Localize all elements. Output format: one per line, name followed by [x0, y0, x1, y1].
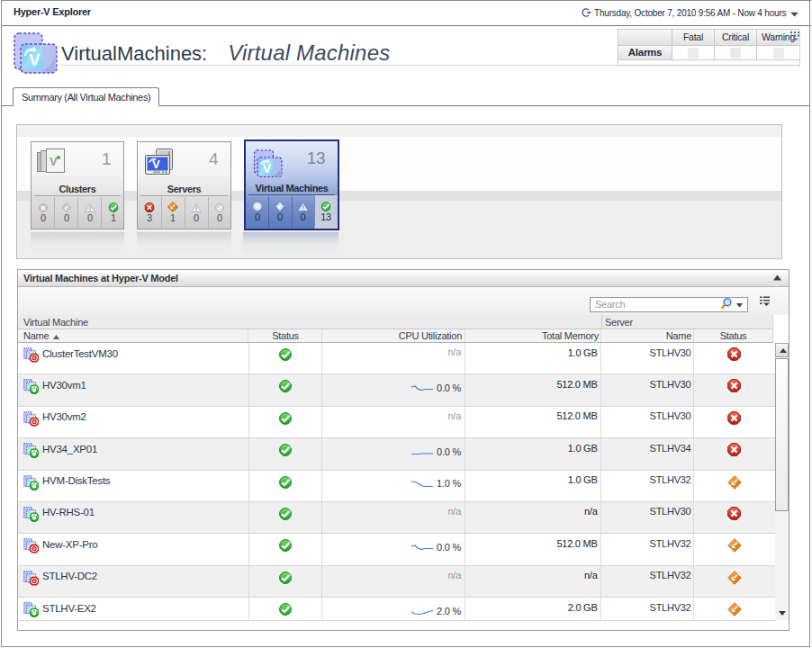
svg-text:V: V	[50, 155, 58, 168]
svg-text:V: V	[29, 50, 41, 69]
